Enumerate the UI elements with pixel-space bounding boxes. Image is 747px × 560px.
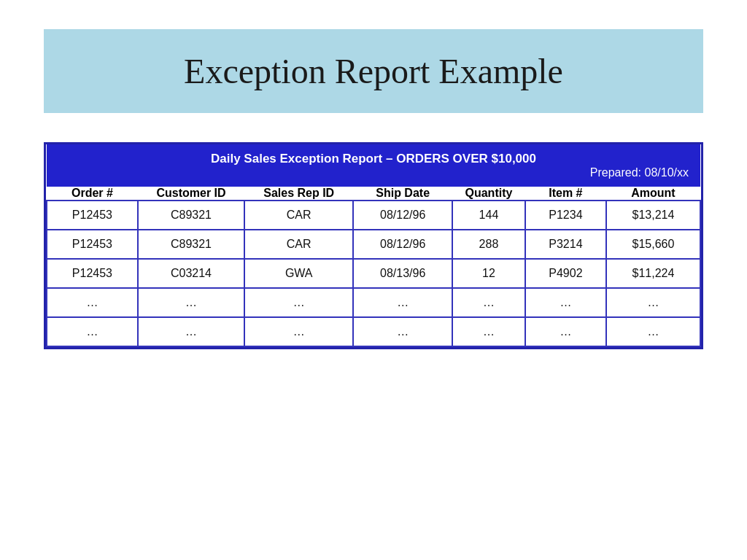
cell-quantity: 288: [452, 230, 525, 259]
page-title: Exception Report Example: [184, 52, 563, 90]
cell-amount: …: [606, 288, 700, 317]
cell-ship-date: 08/12/96: [353, 201, 452, 230]
report-container: Daily Sales Exception Report – ORDERS OV…: [44, 142, 703, 349]
cell-item: P1234: [525, 201, 606, 230]
cell-customer-id: …: [138, 317, 244, 346]
cell-amount: $11,224: [606, 259, 700, 288]
cell-quantity: …: [452, 317, 525, 346]
cell-sales-rep: CAR: [244, 201, 353, 230]
cell-ship-date: 08/13/96: [353, 259, 452, 288]
cell-amount: …: [606, 317, 700, 346]
table-row: …………………: [47, 317, 700, 346]
cell-amount: $13,214: [606, 201, 700, 230]
cell-amount: $15,660: [606, 230, 700, 259]
report-header-title: Daily Sales Exception Report – ORDERS OV…: [58, 152, 689, 166]
table-row: …………………: [47, 288, 700, 317]
cell-item: …: [525, 288, 606, 317]
cell-customer-id: C03214: [138, 259, 244, 288]
cell-item: P4902: [525, 259, 606, 288]
col-header-sales-rep: Sales Rep ID: [244, 187, 353, 201]
cell-ship-date: …: [353, 317, 452, 346]
col-header-customer-id: Customer ID: [138, 187, 244, 201]
col-header-quantity: Quantity: [452, 187, 525, 201]
table-row: P12453C89321CAR08/12/96288P3214$15,660: [47, 230, 700, 259]
cell-order: P12453: [47, 259, 138, 288]
cell-ship-date: 08/12/96: [353, 230, 452, 259]
report-info-cell: Daily Sales Exception Report – ORDERS OV…: [47, 144, 700, 187]
cell-order: …: [47, 288, 138, 317]
col-header-amount: Amount: [606, 187, 700, 201]
cell-order: P12453: [47, 230, 138, 259]
col-header-ship-date: Ship Date: [353, 187, 452, 201]
cell-quantity: …: [452, 288, 525, 317]
cell-item: P3214: [525, 230, 606, 259]
cell-sales-rep: …: [244, 317, 353, 346]
cell-customer-id: …: [138, 288, 244, 317]
cell-item: …: [525, 317, 606, 346]
cell-quantity: 144: [452, 201, 525, 230]
cell-sales-rep: …: [244, 288, 353, 317]
cell-order: P12453: [47, 201, 138, 230]
cell-quantity: 12: [452, 259, 525, 288]
report-table: Daily Sales Exception Report – ORDERS OV…: [46, 144, 701, 347]
table-row: P12453C03214GWA08/13/9612P4902$11,224: [47, 259, 700, 288]
table-body: P12453C89321CAR08/12/96144P1234$13,214P1…: [47, 201, 700, 346]
cell-customer-id: C89321: [138, 201, 244, 230]
cell-ship-date: …: [353, 288, 452, 317]
col-header-order: Order #: [47, 187, 138, 201]
report-header-prepared: Prepared: 08/10/xx: [58, 166, 689, 179]
cell-sales-rep: CAR: [244, 230, 353, 259]
cell-customer-id: C89321: [138, 230, 244, 259]
title-box: Exception Report Example: [44, 29, 703, 113]
cell-order: …: [47, 317, 138, 346]
table-row: P12453C89321CAR08/12/96144P1234$13,214: [47, 201, 700, 230]
col-header-item: Item #: [525, 187, 606, 201]
cell-sales-rep: GWA: [244, 259, 353, 288]
